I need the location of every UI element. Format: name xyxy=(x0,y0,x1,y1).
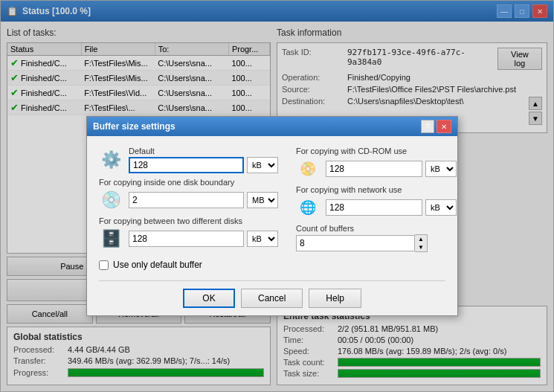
use-default-checkbox[interactable] xyxy=(99,260,109,270)
disk-icon: 💿 xyxy=(99,188,123,212)
buffer-size-dialog: Buffer size settings ? ✕ ⚙️ xyxy=(86,116,458,316)
between-disk-input[interactable] xyxy=(129,231,244,247)
dialog-overlay: Buffer size settings ? ✕ ⚙️ xyxy=(1,1,553,391)
between-disk-row: 🗄️ kBMBGB xyxy=(99,227,278,251)
dialog-title: Buffer size settings xyxy=(93,121,175,132)
dialog-title-bar: Buffer size settings ? ✕ xyxy=(87,117,457,136)
network-icon: 🌐 xyxy=(296,196,320,219)
cdrom-unit-select[interactable]: kBMBGB xyxy=(425,161,457,177)
dialog-buttons: OK Cancel Help xyxy=(99,280,445,308)
ok-button[interactable]: OK xyxy=(183,289,235,308)
cdrom-block: For copying with CD-ROM use 📀 kBMBGB xyxy=(296,147,457,181)
count-label: Count of buffers xyxy=(296,224,457,233)
default-field-block: ⚙️ Default kBMBGB xyxy=(99,147,278,173)
network-label: For copying with network use xyxy=(296,185,457,194)
left-field-group: ⚙️ Default kBMBGB xyxy=(99,147,278,270)
inside-disk-label: For copying inside one disk boundary xyxy=(99,178,278,187)
inside-disk-block: For copying inside one disk boundary 💿 k… xyxy=(99,178,278,212)
dialog-grid: ⚙️ Default kBMBGB xyxy=(99,147,445,270)
spinbox-btns: ▲ ▼ xyxy=(415,234,428,252)
help-button[interactable]: Help xyxy=(309,289,361,308)
default-unit-select[interactable]: kBMBGB xyxy=(247,157,278,173)
dialog-close-button[interactable]: ✕ xyxy=(437,120,451,133)
cdrom-input[interactable] xyxy=(326,161,422,177)
cancel-button[interactable]: Cancel xyxy=(241,289,303,308)
default-input-row: kBMBGB xyxy=(129,157,278,173)
checkbox-row: Use only default buffer xyxy=(99,260,278,270)
between-disk-block: For copying between two different disks … xyxy=(99,216,278,251)
spinbox-up-button[interactable]: ▲ xyxy=(415,235,427,243)
inside-disk-row: 💿 kBMBGB xyxy=(99,188,278,212)
network-row: 🌐 kBMBGB xyxy=(296,196,457,219)
network-block: For copying with network use 🌐 kBMBGB xyxy=(296,185,457,219)
count-spinbox: ▲ ▼ xyxy=(296,234,457,252)
default-inputs: Default kBMBGB xyxy=(129,147,278,173)
inside-disk-unit-select[interactable]: kBMBGB xyxy=(247,192,278,208)
network-input[interactable] xyxy=(326,199,422,216)
right-field-group: For copying with CD-ROM use 📀 kBMBGB xyxy=(296,147,457,270)
dialog-title-controls: ? ✕ xyxy=(421,120,451,133)
checkbox-label: Use only default buffer xyxy=(113,260,202,270)
main-window: 📋 Status [100.0 %] — □ ✕ List of tasks: … xyxy=(0,0,554,392)
gear-icon: ⚙️ xyxy=(99,148,123,172)
between-disk-label: For copying between two different disks xyxy=(99,216,278,225)
default-label: Default xyxy=(129,147,278,155)
dialog-content: ⚙️ Default kBMBGB xyxy=(87,136,457,315)
cdrom-row: 📀 kBMBGB xyxy=(296,157,457,181)
count-block: Count of buffers ▲ ▼ xyxy=(296,224,457,252)
default-input[interactable] xyxy=(129,157,244,173)
default-row: ⚙️ Default kBMBGB xyxy=(99,147,278,173)
inside-disk-input[interactable] xyxy=(129,192,244,208)
between-disk-input-row: kBMBGB xyxy=(129,231,278,247)
spinbox-down-button[interactable]: ▼ xyxy=(415,243,427,251)
network-unit-select[interactable]: kBMBGB xyxy=(425,199,457,216)
cdrom-input-row: kBMBGB xyxy=(326,161,457,177)
count-input[interactable] xyxy=(296,235,415,251)
network-input-row: kBMBGB xyxy=(326,199,457,216)
inside-disk-input-row: kBMBGB xyxy=(129,192,278,208)
cdrom-label: For copying with CD-ROM use xyxy=(296,147,457,155)
disks-icon: 🗄️ xyxy=(99,227,123,251)
between-disk-unit-select[interactable]: kBMBGB xyxy=(247,231,278,247)
dialog-help-icon-button[interactable]: ? xyxy=(421,120,434,133)
cdrom-icon: 📀 xyxy=(296,157,320,181)
